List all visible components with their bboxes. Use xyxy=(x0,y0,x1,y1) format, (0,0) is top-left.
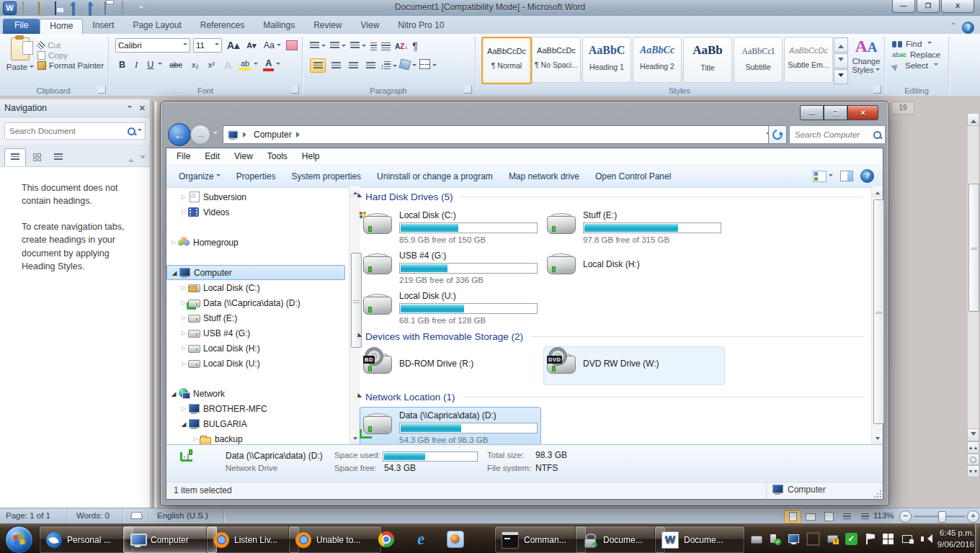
zoom-slider-thumb[interactable] xyxy=(938,511,946,523)
clipboard-dialog-launcher[interactable] xyxy=(98,86,106,94)
tray-network-icon[interactable] xyxy=(901,533,914,545)
style-subtle-emphasis[interactable]: AaBbCcDcSubtle Em... xyxy=(784,37,833,83)
highlight-button[interactable]: ab xyxy=(239,59,251,71)
back-button[interactable]: ← xyxy=(168,123,191,146)
tree-item-stuff-e[interactable]: ▷Stuff (E:) xyxy=(166,310,348,325)
show-paragraph-marks-button[interactable]: ¶ xyxy=(412,40,418,52)
strikethrough-button[interactable]: abc xyxy=(167,60,184,69)
select-button[interactable]: Select xyxy=(892,61,940,70)
menu-view[interactable]: View xyxy=(227,151,260,161)
navigation-close-icon[interactable]: ✕ xyxy=(139,104,146,113)
web-layout-view-icon[interactable] xyxy=(820,510,837,523)
tab-references[interactable]: References xyxy=(191,19,254,35)
refresh-button[interactable] xyxy=(768,125,787,144)
select-browse-object-icon[interactable] xyxy=(967,454,979,465)
word-minimize-button[interactable]: — xyxy=(892,0,915,13)
taskbar-pin-media-player[interactable] xyxy=(445,529,466,549)
expander-icon[interactable]: ▷ xyxy=(179,194,188,200)
change-styles-button[interactable]: AA Change Styles xyxy=(849,37,883,90)
drive-tile-u[interactable]: Local Disk (U:)68.1 GB free of 128 GB xyxy=(360,287,541,329)
zoom-out-icon[interactable]: − xyxy=(899,511,912,523)
explorer-help-icon[interactable]: ? xyxy=(860,169,874,183)
paragraph-dialog-launcher[interactable] xyxy=(464,86,472,94)
search-icon[interactable] xyxy=(128,127,135,135)
open-control-panel-button[interactable]: Open Control Panel xyxy=(587,171,679,181)
taskbar-pin-internet-explorer[interactable]: e xyxy=(411,529,431,549)
uninstall-program-button[interactable]: Uninstall or change a program xyxy=(369,171,501,181)
tray-safely-remove-icon[interactable]: ✓ xyxy=(769,533,781,545)
files-scrollbar[interactable] xyxy=(871,186,883,445)
increase-indent-icon[interactable] xyxy=(381,42,391,50)
format-painter-button[interactable]: Format Painter xyxy=(37,61,104,70)
underline-button[interactable]: U xyxy=(145,60,156,70)
start-button[interactable] xyxy=(5,526,33,553)
drive-tile-e[interactable]: Stuff (E:)97.8 GB free of 315 GB xyxy=(543,207,725,248)
cut-button[interactable]: Cut xyxy=(37,41,104,50)
shrink-font-button[interactable]: A▾ xyxy=(244,41,258,50)
drive-tile-c[interactable]: Local Disk (C:)85.9 GB free of 150 GB xyxy=(360,207,541,248)
shading-button[interactable] xyxy=(400,59,416,72)
menu-help[interactable]: Help xyxy=(295,151,327,161)
next-page-icon[interactable]: ▼▼ xyxy=(967,465,979,477)
drive-tile-g[interactable]: USB #4 (G:)219 GB free of 336 GB xyxy=(360,247,541,289)
tab-review[interactable]: Review xyxy=(304,19,351,35)
system-properties-button[interactable]: System properties xyxy=(283,171,369,181)
drive-tile-h[interactable]: Local Disk (H:) xyxy=(543,247,725,289)
tray-app-amber-icon[interactable] xyxy=(806,532,820,546)
font-color-button[interactable]: A xyxy=(263,58,274,71)
tray-drive-icon[interactable] xyxy=(750,533,762,545)
expander-icon[interactable]: ▷ xyxy=(179,315,188,321)
expander-icon[interactable]: ▷ xyxy=(179,330,188,336)
tray-volume-icon[interactable] xyxy=(920,533,932,545)
borders-button[interactable] xyxy=(419,59,437,72)
zoom-slider-track[interactable] xyxy=(914,516,966,518)
tab-page-layout[interactable]: Page Layout xyxy=(123,19,190,35)
taskbar-button-thunderbird[interactable]: Personal ... xyxy=(39,526,134,553)
scroll-up-icon[interactable] xyxy=(967,113,979,126)
navigation-search-box[interactable] xyxy=(4,122,146,140)
nav-tab-headings[interactable] xyxy=(4,148,26,166)
section-collapse-icon[interactable] xyxy=(353,392,362,401)
map-network-drive-button[interactable]: Map network drive xyxy=(501,171,587,181)
expander-icon[interactable]: ▷ xyxy=(191,436,200,442)
next-heading-icon[interactable] xyxy=(140,156,146,162)
tray-antivirus-icon[interactable]: ✓ xyxy=(845,533,858,545)
change-case-button[interactable]: Aa xyxy=(262,40,283,50)
font-dialog-launcher[interactable] xyxy=(291,86,299,94)
tab-insert[interactable]: Insert xyxy=(83,19,123,35)
copy-button[interactable]: Copy xyxy=(37,51,104,60)
italic-button[interactable]: I xyxy=(133,60,140,71)
word-close-button[interactable]: X xyxy=(941,0,974,13)
preview-pane-icon[interactable] xyxy=(840,171,853,181)
fullscreen-reading-view-icon[interactable] xyxy=(802,510,819,523)
explorer-search-box[interactable] xyxy=(789,125,886,144)
tray-get-windows10-icon[interactable] xyxy=(883,533,895,545)
tab-home[interactable]: Home xyxy=(40,19,83,35)
print-layout-view-icon[interactable] xyxy=(784,510,801,523)
section-collapse-icon[interactable] xyxy=(353,332,362,341)
properties-button[interactable]: Properties xyxy=(228,171,284,181)
tree-item-bulgaria[interactable]: ◢BULGARIA xyxy=(166,416,348,431)
expander-icon[interactable]: ◢ xyxy=(170,269,179,276)
expander-icon[interactable]: ▷ xyxy=(169,239,178,246)
bold-button[interactable]: B xyxy=(117,60,128,70)
previous-page-icon[interactable]: ▲▲ xyxy=(967,441,979,454)
organize-button[interactable]: Organize xyxy=(171,171,228,181)
subscript-button[interactable]: x₂ xyxy=(190,60,201,69)
style-heading2[interactable]: AaBbCcHeading 2 xyxy=(633,37,682,83)
tab-view[interactable]: View xyxy=(352,19,389,35)
drive-tile-d-selected[interactable]: Data (\\Caprica\data) (D:)54.3 GB free o… xyxy=(360,407,541,445)
grow-font-button[interactable]: A▴ xyxy=(225,40,241,51)
tree-item-computer[interactable]: ◢Computer xyxy=(166,265,345,280)
menu-edit[interactable]: Edit xyxy=(197,151,227,161)
taskbar-button-firefox-2[interactable]: Unable to... xyxy=(288,526,382,553)
explorer-minimize-button[interactable]: — xyxy=(800,105,824,120)
taskbar-button-word-document[interactable]: Docume... xyxy=(654,526,745,553)
find-button[interactable]: Find xyxy=(892,40,940,48)
sort-button[interactable]: AZ↓ xyxy=(395,42,408,50)
decrease-indent-icon[interactable] xyxy=(370,42,377,50)
paste-button[interactable]: Paste xyxy=(6,37,35,89)
numbering-button[interactable] xyxy=(330,40,346,53)
line-spacing-button[interactable]: ↕ xyxy=(380,61,397,71)
page-count[interactable]: Page: 1 of 1 xyxy=(6,511,50,520)
